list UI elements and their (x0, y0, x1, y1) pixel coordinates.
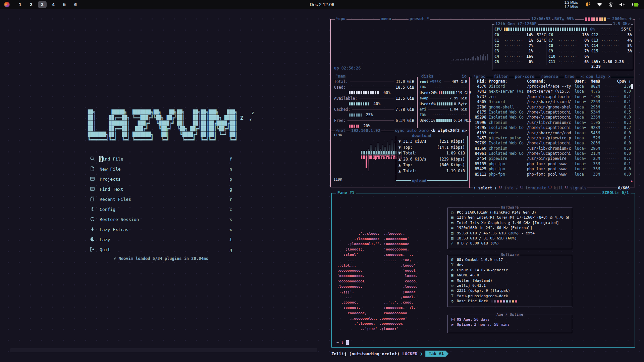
meter-block (440, 119, 442, 122)
zellij-tab[interactable]: Tab #1 (425, 351, 448, 357)
disk-used-pct: 26% (431, 91, 437, 95)
disk-size: 7.99 GiB (449, 96, 467, 100)
menu-item-restore-session[interactable]: Restore Sessions (90, 214, 232, 224)
meter-block (447, 91, 448, 94)
disk-used-value: 119 GiB (456, 91, 471, 95)
btop-tab-preset[interactable]: preset * (409, 16, 430, 21)
process-row[interactable]: 81560chromium/usr/lib/chromium/cluca+296… (472, 146, 631, 151)
menu-item-recent-files[interactable]: Recent Filesr (90, 194, 232, 204)
ff-percentage: 20% (510, 231, 517, 235)
proc-control-filter[interactable]: filter (493, 74, 509, 79)
battery-block (588, 17, 590, 21)
btop-tab-cpu[interactable]: ¹cpu (335, 16, 346, 21)
process-row[interactable]: 4570Discord/proc/self/exe --tyluca+882M·… (472, 84, 631, 89)
core-pct: 3% (621, 33, 632, 37)
proc-action-terminate[interactable]: terminate (525, 186, 547, 190)
menu-item-lazy[interactable]: Lazyl (90, 234, 232, 244)
process-row[interactable]: 14295Isolated Web Co/home/lucapattocchil… (472, 125, 631, 130)
mem-box-title[interactable]: ²mem (335, 74, 346, 79)
proc-mem: 213M (589, 151, 600, 156)
core-row: C12·········3% (591, 33, 632, 38)
process-row[interactable]: 2457pipewire-pulse/usr/bin/pipewire-pluc… (472, 136, 631, 141)
disks-io-title[interactable]: io (461, 74, 468, 79)
core-pct: 1% (523, 49, 533, 53)
proc-count: 0/686 (617, 186, 630, 190)
proc-col-Program[interactable]: Program: (489, 79, 526, 84)
proc-action-kill[interactable]: kill (553, 186, 564, 190)
proc-control-percore[interactable]: per-core (514, 74, 535, 79)
menu-item-config[interactable]: Configc (90, 204, 232, 214)
mem-meter (349, 114, 362, 117)
core-name: C7 (548, 38, 558, 43)
core-pct: 6% (578, 59, 589, 64)
menu-item-new-file[interactable]: New Filen (90, 164, 232, 174)
menu-item-label: Config (100, 207, 115, 212)
disks-box-title[interactable]: disks (420, 74, 434, 79)
proc-scrollbar[interactable] (631, 84, 633, 89)
net-stat-label: Top: (403, 163, 413, 167)
pane-title[interactable]: Pane #1 (336, 190, 356, 195)
process-row[interactable]: 2454pipewire/usr/bin/pipewireluca+23M···… (472, 156, 631, 161)
process-row[interactable]: 85112php-fpmphp-fpm: pool wwwluca+33M···… (472, 172, 631, 177)
net-interface-label[interactable]: <b wlp0s20f3 n> (430, 128, 468, 133)
proc-cpu-graph: ·········· (602, 115, 620, 120)
menu-item-find-file[interactable]: Find Filef (90, 154, 232, 164)
menu-item-find-text[interactable]: Find Textg (90, 184, 232, 194)
process-row[interactable]: 85135php-fpmphp-fpm: pool wwwluca+33M···… (472, 162, 631, 167)
proc-control-tree[interactable]: tree (564, 74, 576, 79)
proc-cpu-graph: ·········· (602, 167, 620, 172)
proc-control-cpulazy[interactable]: < cpu lazy > (580, 74, 611, 79)
zellij-pane[interactable]: Pane #1 SCROLL: 0/1 .... .',:clooo: .:lo… (331, 193, 635, 348)
net-scale-bottom: 119K (333, 177, 342, 182)
proc-command: next-server (v15.5. (527, 89, 573, 94)
core-pct: 7% (523, 43, 533, 48)
process-row[interactable]: 6193code/usr/share/code/codluca+545M····… (472, 131, 631, 136)
mem-stat-cached: Cached:7.78 GiB (334, 107, 414, 112)
process-row[interactable]: 85425php-fpmphp-fpm: pool wwwluca+33M···… (472, 167, 631, 172)
proc-action-signals[interactable]: signals (570, 186, 587, 190)
core-name: C2 (494, 43, 504, 48)
graph-bar (382, 155, 383, 157)
proc-cpu-graph: ·········· (602, 151, 620, 156)
proc-box-title[interactable]: ⁴proc (472, 74, 486, 79)
proc-col-Pid[interactable]: Pid: (472, 79, 486, 84)
project-icon (90, 176, 96, 182)
proc-control-reverse[interactable]: reverse (540, 74, 559, 79)
update-interval-control[interactable]: ─ 2000ms + (606, 16, 633, 21)
process-row[interactable]: 6175Isolated Web Co/home/lucapattocchilu… (472, 110, 631, 115)
menu-item-quit[interactable]: Quitq (90, 244, 232, 255)
proc-action-info[interactable]: info ↵ (503, 186, 519, 190)
proc-col-Command[interactable]: Command: (527, 79, 573, 84)
process-row[interactable]: 7842next-server (v1next-server (v15.5.lu… (472, 89, 631, 94)
menu-item-label: Recent Files (100, 197, 131, 202)
insert-cursor: F (100, 156, 102, 162)
process-row[interactable]: 4505Discord/usr/share/discord/luca+226M·… (472, 99, 631, 104)
process-row[interactable]: 19996chromium/usr/lib/chromium/cluca+1.0… (472, 120, 631, 125)
process-row[interactable]: 85298Isolated Web Co/home/lucapattocchil… (472, 115, 631, 120)
proc-program: Isolated Web Co (489, 125, 526, 130)
proc-col-Cpu%[interactable]: Cpu% ↑ (600, 79, 631, 84)
shell-prompt[interactable]: ~❯ (336, 340, 349, 345)
process-row[interactable]: 5737zen/home/lucapattocchiluca+1.0G·····… (472, 94, 631, 99)
proc-mem: 33M (589, 167, 600, 172)
footer-separator: └┘ (497, 186, 503, 190)
proc-select-control[interactable]: ↑ select ↓ (473, 186, 497, 190)
net-box-title[interactable]: ³net (335, 128, 346, 133)
prompt-cwd: ~ (336, 340, 339, 345)
menu-item-lazy-extras[interactable]: Lazy Extrasx (90, 224, 232, 234)
core-pct: 0% (523, 59, 533, 64)
proc-pid: 4505 (472, 99, 486, 104)
menu-item-projects[interactable]: Projectsp (90, 174, 232, 184)
proc-col-MemB[interactable]: MemB (589, 79, 600, 84)
proc-pid: 19996 (472, 120, 486, 125)
clock[interactable]: Dec 2 12:06 (0, 2, 644, 7)
proc-col-User[interactable]: User: (575, 79, 587, 84)
graph-bar (473, 56, 474, 60)
process-row[interactable]: 84961Isolated Web Co/home/lucapattocchil… (472, 151, 631, 156)
pc-row: ▢PC:21AKCTO1WW (ThinkPad P14s Gen 3) (451, 210, 569, 215)
scroll-down-arrow[interactable]: ↓ (631, 178, 633, 183)
process-row[interactable]: 2780gnome-shell/usr/bin/gnome-shelluca+2… (472, 105, 631, 110)
process-row[interactable]: 79769Isolated Web Co/home/lucapattocchil… (472, 141, 631, 146)
btop-tab-menu[interactable]: menu (380, 16, 392, 21)
palette-icon: ◔ (451, 299, 457, 303)
